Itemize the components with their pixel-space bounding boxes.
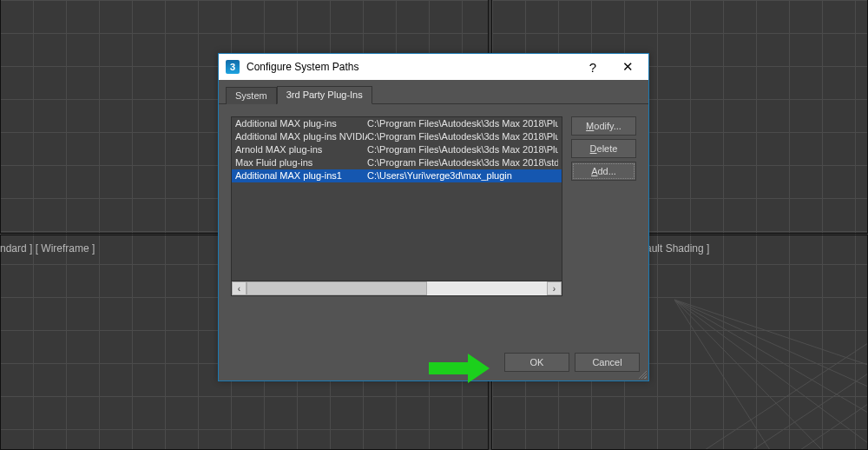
list-item-path: C:\Program Files\Autodesk\3ds Max 2018\P… [367, 130, 558, 143]
list-item[interactable]: Arnold MAX plug-insC:\Program Files\Auto… [232, 143, 562, 156]
list-item[interactable]: Additional MAX plug-ins NVIDIAC:\Program… [232, 130, 562, 143]
list-item-path: C:\Program Files\Autodesk\3ds Max 2018\P… [367, 117, 558, 130]
list-item-name: Arnold MAX plug-ins [235, 143, 367, 156]
scroll-right-icon[interactable]: › [547, 281, 562, 295]
cancel-button[interactable]: Cancel [575, 353, 640, 372]
delete-button[interactable]: Delete [571, 139, 636, 158]
scroll-thumb[interactable] [247, 281, 427, 295]
tab-3rd-party-plugins[interactable]: 3rd Party Plug-Ins [277, 86, 372, 104]
list-item-path: C:\Users\Yuri\verge3d\max_plugin [367, 169, 558, 182]
list-item-name: Additional MAX plug-ins NVIDIA [235, 130, 367, 143]
viewport-label-right: ault Shading ] [646, 242, 709, 255]
list-item-name: Additional MAX plug-ins1 [235, 169, 367, 182]
dialog-title: Configure System Paths [247, 61, 575, 73]
list-item-path: C:\Program Files\Autodesk\3ds Max 2018\s… [367, 156, 558, 169]
titlebar[interactable]: 3 Configure System Paths ? ✕ [219, 54, 648, 80]
modify-button[interactable]: Modify... [571, 116, 636, 136]
horizontal-scrollbar[interactable]: ‹ › [231, 281, 562, 296]
help-button[interactable]: ? [575, 56, 610, 78]
list-item[interactable]: Max Fluid plug-insC:\Program Files\Autod… [232, 156, 562, 169]
configure-system-paths-dialog: 3 Configure System Paths ? ✕ System 3rd … [218, 53, 649, 381]
tab-system[interactable]: System [226, 87, 277, 104]
plugin-path-list[interactable]: Additional MAX plug-insC:\Program Files\… [231, 116, 562, 281]
list-item-name: Additional MAX plug-ins [235, 117, 367, 130]
resize-grip-icon[interactable] [636, 368, 647, 379]
ok-button[interactable]: OK [504, 353, 569, 372]
list-item[interactable]: Additional MAX plug-ins1C:\Users\Yuri\ve… [232, 169, 562, 182]
viewport-label-left: ndard ] [ Wireframe ] [0, 242, 95, 255]
list-item-name: Max Fluid plug-ins [235, 156, 367, 169]
close-button[interactable]: ✕ [610, 56, 645, 78]
scroll-left-icon[interactable]: ‹ [232, 281, 247, 295]
list-item-path: C:\Program Files\Autodesk\3ds Max 2018\P… [367, 143, 558, 156]
add-button[interactable]: Add... [571, 162, 636, 181]
app-icon: 3 [226, 60, 240, 74]
dialog-footer: OK Cancel [219, 346, 648, 381]
list-item[interactable]: Additional MAX plug-insC:\Program Files\… [232, 117, 562, 130]
scroll-track[interactable] [247, 281, 547, 295]
tab-panel: Additional MAX plug-insC:\Program Files\… [219, 103, 648, 305]
tabs: System 3rd Party Plug-Ins [219, 80, 648, 103]
